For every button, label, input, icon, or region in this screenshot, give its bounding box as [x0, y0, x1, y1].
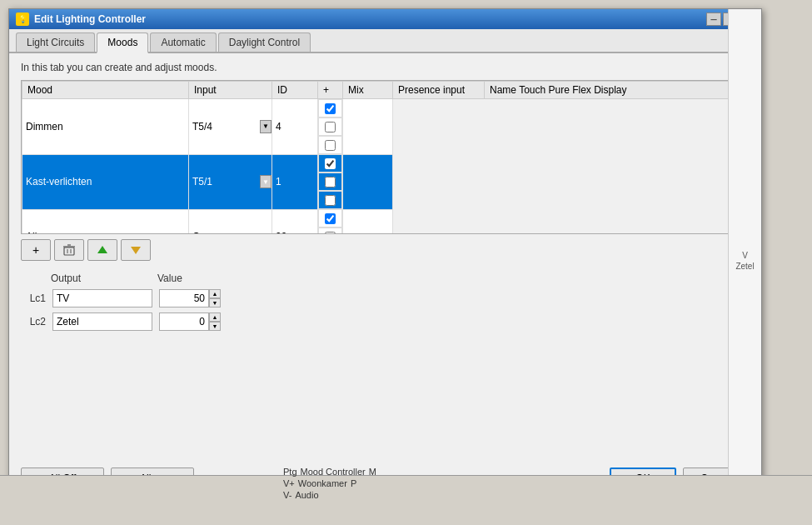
side-panel-label2: Zetel	[735, 262, 754, 271]
taskbar-info: Ptg Mood Controller M V+ Woonkamer P V- …	[283, 467, 376, 500]
lc2-row: Lc2 ▲ ▼	[21, 312, 750, 331]
col-header-id: ID	[272, 82, 318, 99]
table-row[interactable]: Alles aanOn99	[22, 209, 745, 234]
lc2-down-button[interactable]: ▼	[209, 322, 221, 331]
side-panel: V Zetel	[728, 9, 761, 499]
taskbar-audio[interactable]: Audio	[295, 490, 318, 500]
side-panel-label1: V	[742, 251, 748, 260]
title-bar-title: 💡 Edit Lighting Controller	[16, 12, 146, 26]
up-arrow-icon	[97, 244, 108, 256]
taskbar-vminus: V-	[283, 490, 291, 500]
col-header-input: Input	[189, 82, 272, 99]
presence-checkbox[interactable]	[325, 195, 336, 206]
input-cell: T5/1▼	[189, 154, 272, 209]
value-header: Value	[157, 272, 224, 284]
taskbar-p: P	[351, 478, 356, 488]
mix-cell	[318, 118, 342, 136]
move-down-button[interactable]	[121, 239, 151, 261]
lc2-up-button[interactable]: ▲	[209, 312, 221, 322]
lc2-label: Lc2	[21, 316, 46, 328]
col-header-presence: Presence input	[393, 82, 485, 99]
down-arrow-icon	[130, 244, 142, 256]
input-dropdown-button[interactable]: ▼	[260, 120, 271, 133]
lc1-output-input[interactable]	[52, 289, 152, 308]
plus-checkbox[interactable]	[325, 158, 336, 169]
delete-button[interactable]	[54, 239, 84, 261]
tab-content: In this tab you can create and adjust mo…	[9, 53, 761, 339]
taskbar-m: M	[369, 467, 376, 477]
lc2-spinner: ▲ ▼	[209, 312, 221, 331]
taskbar-ptg: Ptg	[283, 467, 297, 477]
input-cell: T5/4▼	[189, 99, 272, 155]
presence-cell	[318, 136, 342, 154]
edit-lighting-controller-dialog: 💡 Edit Lighting Controller ─ □ ✕ Light C…	[8, 8, 762, 500]
name-cell	[343, 99, 393, 155]
toolbar: +	[21, 239, 750, 261]
plus-checkbox[interactable]	[325, 103, 336, 114]
svg-rect-0	[64, 248, 74, 255]
id-cell: 4	[272, 99, 318, 155]
input-cell: On	[189, 209, 272, 234]
col-header-mood: Mood	[22, 82, 189, 99]
col-header-name: Name Touch Pure Flex Display	[485, 82, 745, 99]
mix-checkbox[interactable]	[325, 177, 336, 188]
mood-cell: Kast-verlichten	[22, 154, 189, 209]
minimize-button[interactable]: ─	[706, 12, 721, 26]
mix-cell	[318, 228, 342, 234]
name-cell	[343, 154, 393, 209]
window-title: Edit Lighting Controller	[34, 13, 146, 25]
taskbar-controller[interactable]: Mood Controller	[301, 467, 366, 477]
col-header-mix: Mix	[343, 82, 393, 99]
taskbar-woonkamer[interactable]: Woonkamer	[298, 478, 347, 488]
info-text: In this tab you can create and adjust mo…	[21, 62, 750, 73]
tab-moods[interactable]: Moods	[97, 32, 148, 53]
add-button[interactable]: +	[21, 239, 51, 261]
lc2-output-input[interactable]	[52, 312, 152, 331]
input-dropdown-button[interactable]: ▼	[260, 175, 271, 188]
title-bar: 💡 Edit Lighting Controller ─ □ ✕	[9, 9, 761, 29]
tab-light-circuits[interactable]: Light Circuits	[16, 32, 95, 52]
delete-icon	[62, 243, 76, 257]
svg-marker-5	[97, 246, 107, 253]
move-up-button[interactable]	[87, 239, 117, 261]
mood-cell: Dimmen	[22, 99, 189, 155]
mix-checkbox[interactable]	[325, 122, 336, 132]
id-cell: 99	[272, 209, 318, 234]
lc1-value-input[interactable]	[159, 289, 209, 308]
presence-checkbox[interactable]	[325, 140, 336, 151]
mix-checkbox[interactable]	[325, 232, 336, 235]
table-row[interactable]: DimmenT5/4▼4	[22, 99, 745, 155]
mood-cell: Alles aan	[22, 209, 189, 234]
window-icon: 💡	[16, 12, 29, 26]
lc1-spinner: ▲ ▼	[209, 289, 221, 308]
plus-cell	[318, 154, 342, 172]
mix-cell	[318, 172, 342, 191]
tab-daylight-control[interactable]: Daylight Control	[218, 32, 311, 52]
lc1-row: Lc1 ▲ ▼	[21, 289, 750, 308]
taskbar: Ptg Mood Controller M V+ Woonkamer P V- …	[0, 475, 812, 525]
plus-cell	[318, 209, 342, 228]
tab-strip: Light Circuits Moods Automatic Daylight …	[9, 29, 761, 53]
presence-cell	[318, 191, 342, 209]
mood-table: Mood Input ID + Mix Presence input Name …	[22, 81, 745, 234]
lc1-down-button[interactable]: ▼	[209, 298, 221, 308]
tab-automatic[interactable]: Automatic	[150, 32, 216, 52]
col-header-plus: +	[318, 82, 343, 99]
svg-marker-6	[131, 247, 141, 254]
lc1-up-button[interactable]: ▲	[209, 289, 221, 298]
lc2-value-input[interactable]	[159, 312, 209, 331]
lc-section: Output Value Lc1 ▲ ▼ Lc2	[21, 272, 750, 331]
lc1-label: Lc1	[21, 292, 46, 304]
mood-table-wrapper[interactable]: Mood Input ID + Mix Presence input Name …	[21, 80, 745, 234]
name-cell	[343, 209, 393, 234]
plus-checkbox[interactable]	[325, 213, 336, 224]
lc-headers: Output Value	[51, 272, 750, 284]
id-cell: 1	[272, 154, 318, 209]
table-row[interactable]: Kast-verlichtenT5/1▼1	[22, 154, 745, 209]
output-header: Output	[51, 272, 151, 284]
plus-cell	[318, 99, 342, 118]
taskbar-vplus: V+	[283, 478, 295, 488]
